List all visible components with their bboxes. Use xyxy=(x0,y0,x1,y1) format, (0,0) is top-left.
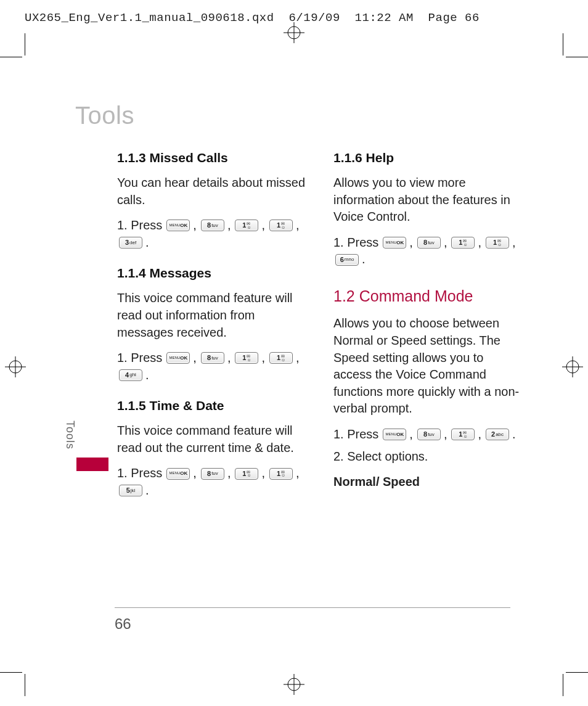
body-text: Allows you to choose between Normal or S… xyxy=(333,315,524,417)
heading-time-date: 1.1.5 Time & Date xyxy=(117,397,308,415)
key-menu-ok-icon: MENUOK xyxy=(166,352,190,364)
crop-mark xyxy=(25,674,25,696)
key-1-icon: 1✉☺ xyxy=(269,352,293,364)
chapter-title: Tools xyxy=(75,102,549,129)
key-8-icon: 8tuv xyxy=(201,352,224,364)
step-label: 1. Press xyxy=(117,465,162,482)
key-menu-ok-icon: MENUOK xyxy=(383,237,406,248)
registration-mark-icon xyxy=(284,22,304,43)
key-4-icon: 4ghi xyxy=(119,369,142,381)
step: 1. Press MENUOK, 8tuv, 1✉☺, 1✉☺, 5jkl. xyxy=(117,465,308,499)
key-8-icon: 8tuv xyxy=(417,429,441,440)
crop-mark xyxy=(563,674,563,696)
key-8-icon: 8tuv xyxy=(201,468,224,480)
right-column: 1.1.6 Help Allows you to view more infor… xyxy=(333,147,524,504)
key-menu-ok-icon: MENUOK xyxy=(166,220,190,231)
crop-mark xyxy=(563,33,563,55)
step-label: 2. Select options. xyxy=(333,448,524,466)
heading-command-mode: 1.2 Command Mode xyxy=(333,285,524,307)
key-menu-ok-icon: MENUOK xyxy=(166,468,190,480)
page-number: 66 xyxy=(115,615,131,633)
key-3-icon: 3def xyxy=(119,237,142,248)
key-8-icon: 8tuv xyxy=(201,220,224,231)
key-menu-ok-icon: MENUOK xyxy=(383,429,406,440)
key-1-icon: 1✉☺ xyxy=(235,468,258,480)
step: 1. Press MENUOK, 8tuv, 1✉☺, 1✉☺, 4ghi. xyxy=(117,350,308,384)
key-6-icon: 6mno xyxy=(335,254,359,266)
page-body: Tools Tools 1.1.3 Missed Calls You can h… xyxy=(39,43,549,672)
step: 1. Press MENUOK, 8tuv, 1✉☺, 1✉☺, 6mno. xyxy=(333,234,524,268)
crop-mark xyxy=(0,57,22,57)
side-tab-bar xyxy=(76,458,108,471)
registration-mark-icon xyxy=(5,356,26,377)
key-1-icon: 1✉☺ xyxy=(269,220,293,231)
key-1-icon: 1✉☺ xyxy=(451,429,475,440)
footer-rule xyxy=(115,607,510,608)
step-label: 1. Press xyxy=(117,217,162,234)
key-2-icon: 2abc xyxy=(486,429,509,440)
step: 1. Press MENUOK, 8tuv, 1✉☺, 2abc. xyxy=(333,426,524,443)
registration-mark-icon xyxy=(562,356,583,377)
key-1-icon: 1✉☺ xyxy=(486,237,509,248)
key-1-icon: 1✉☺ xyxy=(269,468,293,480)
body-text: This voice command feature will read out… xyxy=(117,422,308,456)
key-5-icon: 5jkl xyxy=(119,485,142,496)
step-label: 1. Press xyxy=(333,234,378,252)
step-label: 1. Press xyxy=(117,350,162,367)
key-1-icon: 1✉☺ xyxy=(235,352,258,364)
crop-mark xyxy=(566,672,588,673)
key-1-icon: 1✉☺ xyxy=(451,237,475,248)
crop-mark xyxy=(0,672,22,673)
body-text: You can hear details about missed calls. xyxy=(117,174,308,208)
step: 1. Press MENUOK, 8tuv, 1✉☺, 1✉☺, 3def. xyxy=(117,217,308,251)
crop-mark xyxy=(566,57,588,57)
body-text: Allows you to view more information abou… xyxy=(333,174,524,226)
key-8-icon: 8tuv xyxy=(417,237,441,248)
left-column: 1.1.3 Missed Calls You can hear details … xyxy=(117,147,308,504)
heading-messages: 1.1.4 Messages xyxy=(117,265,308,282)
crop-mark xyxy=(25,33,25,55)
body-text: This voice command feature will read out… xyxy=(117,290,308,341)
heading-help: 1.1.6 Help xyxy=(333,149,524,167)
registration-mark-icon xyxy=(284,674,304,695)
step-label: 1. Press xyxy=(333,426,378,443)
option-list: Normal/ Speed xyxy=(333,474,524,491)
heading-missed-calls: 1.1.3 Missed Calls xyxy=(117,149,308,167)
key-1-icon: 1✉☺ xyxy=(235,220,258,231)
side-tab-label: Tools xyxy=(63,421,76,449)
